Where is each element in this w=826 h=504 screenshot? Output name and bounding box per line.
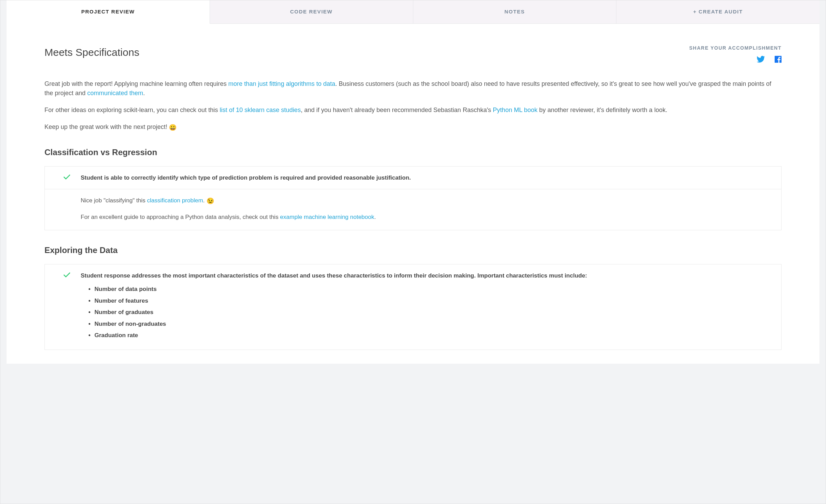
tab-create-audit[interactable]: + CREATE AUDIT xyxy=(616,0,819,23)
twitter-icon[interactable] xyxy=(757,56,765,65)
tab-project-review[interactable]: PROJECT REVIEW xyxy=(7,0,210,24)
wink-emoji-icon: 😉 xyxy=(206,198,214,204)
page-title: Meets Specifications xyxy=(44,44,139,60)
criteria-bullet-list: Number of data points Number of features… xyxy=(94,285,773,340)
intro-text: Great job with the report! Applying mach… xyxy=(44,79,782,132)
tab-code-review[interactable]: CODE REVIEW xyxy=(210,0,413,23)
intro-paragraph-2: For other ideas on exploring scikit-lear… xyxy=(44,105,782,115)
bullet-graduates: Number of graduates xyxy=(94,308,773,317)
bullet-data-points: Number of data points xyxy=(94,285,773,294)
share-label: SHARE YOUR ACCOMPLISHMENT xyxy=(689,44,782,52)
section-heading-classification: Classification vs Regression xyxy=(44,146,782,159)
criteria-body-classification: Nice job "classifying" this classificati… xyxy=(45,189,781,230)
link-sklearn-case-studies[interactable]: list of 10 sklearn case studies xyxy=(220,107,301,113)
share-box: SHARE YOUR ACCOMPLISHMENT xyxy=(689,44,782,65)
bullet-features: Number of features xyxy=(94,296,773,305)
facebook-icon[interactable] xyxy=(775,56,782,65)
link-example-ml-notebook[interactable]: example machine learning notebook xyxy=(280,214,374,220)
criteria-text-exploring: Student response addresses the most impo… xyxy=(81,271,773,343)
link-python-ml-book[interactable]: Python ML book xyxy=(493,107,537,113)
link-more-than-fitting[interactable]: more than just fitting algorithms to dat… xyxy=(228,80,335,87)
checkmark-icon xyxy=(53,173,81,182)
tab-bar: PROJECT REVIEW CODE REVIEW NOTES + CREAT… xyxy=(7,0,819,24)
link-classification-problem[interactable]: classification problem xyxy=(147,197,203,204)
criteria-box-classification: Student is able to correctly identify wh… xyxy=(44,166,782,230)
checkmark-icon xyxy=(53,271,81,343)
tab-notes[interactable]: NOTES xyxy=(413,0,617,23)
link-communicated-them[interactable]: communicated them xyxy=(87,90,143,97)
section-heading-exploring: Exploring the Data xyxy=(44,244,782,256)
intro-paragraph-1: Great job with the report! Applying mach… xyxy=(44,79,782,98)
bullet-graduation-rate: Graduation rate xyxy=(94,331,773,340)
content: Meets Specifications SHARE YOUR ACCOMPLI… xyxy=(7,24,819,364)
intro-paragraph-3: Keep up the great work with the next pro… xyxy=(44,122,782,132)
criteria-text-classification: Student is able to correctly identify wh… xyxy=(81,173,773,182)
bullet-non-graduates: Number of non-graduates xyxy=(94,320,773,329)
smile-emoji-icon: 😀 xyxy=(169,124,177,131)
criteria-box-exploring: Student response addresses the most impo… xyxy=(44,264,782,350)
